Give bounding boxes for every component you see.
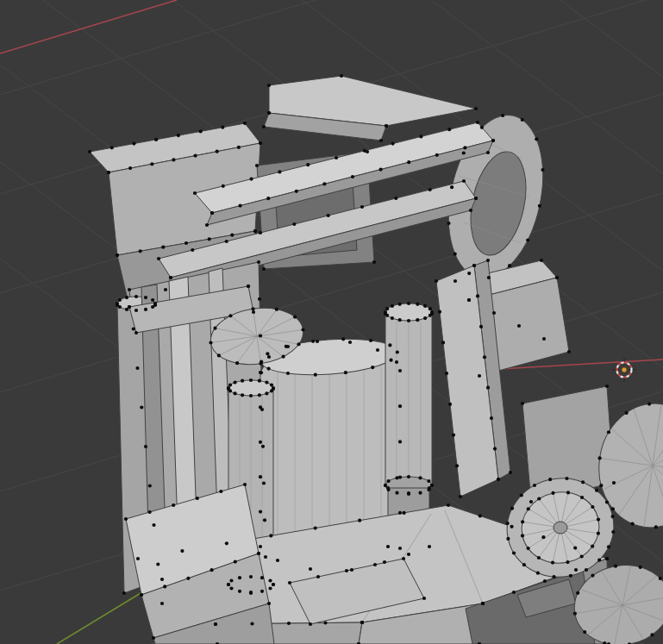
mesh-vertex[interactable] (259, 545, 262, 548)
mesh-vertex[interactable] (537, 556, 541, 560)
mesh-vertex[interactable] (369, 339, 372, 342)
mesh-vertex[interactable] (435, 153, 439, 157)
mesh-vertex[interactable] (435, 279, 438, 283)
mesh-vertex[interactable] (625, 411, 629, 415)
mesh-vertex[interactable] (390, 359, 393, 362)
mesh-vertex[interactable] (88, 150, 91, 153)
mesh-vertex[interactable] (225, 240, 228, 243)
mesh-vertex[interactable] (134, 295, 138, 298)
blender-3d-viewport[interactable] (0, 0, 663, 644)
mesh-vertex[interactable] (151, 298, 154, 302)
mesh-vertex[interactable] (286, 372, 290, 375)
mesh-vertex[interactable] (398, 318, 402, 322)
mesh-vertex[interactable] (243, 122, 247, 125)
mesh-vertex[interactable] (287, 622, 291, 625)
mesh-vertex[interactable] (107, 171, 110, 174)
mesh-vertex[interactable] (309, 622, 312, 626)
mesh-vertex[interactable] (407, 302, 410, 305)
mesh-vertex[interactable] (423, 316, 427, 320)
mesh-vertex[interactable] (569, 574, 572, 578)
mesh-vertex[interactable] (521, 534, 524, 537)
mesh-vertex[interactable] (122, 591, 126, 595)
mesh-vertex[interactable] (445, 372, 448, 375)
mesh-vertex[interactable] (597, 518, 600, 522)
mesh-vertex[interactable] (132, 327, 135, 330)
mesh-vertex[interactable] (228, 314, 232, 317)
mesh-vertex[interactable] (650, 633, 654, 636)
mesh-vertex[interactable] (395, 360, 398, 364)
mesh-vertex[interactable] (447, 128, 451, 131)
mesh-vertex[interactable] (210, 211, 214, 215)
mesh-vertex[interactable] (585, 568, 588, 572)
mesh-vertex[interactable] (259, 441, 262, 444)
mesh-vertex[interactable] (398, 404, 402, 408)
mesh-vertex[interactable] (247, 284, 250, 288)
mesh-vertex[interactable] (552, 575, 555, 578)
mesh-vertex[interactable] (591, 505, 594, 509)
mesh-vertex[interactable] (508, 264, 511, 267)
mesh-vertex[interactable] (480, 126, 484, 129)
mesh-vertex[interactable] (478, 514, 482, 517)
mesh-vertex[interactable] (372, 260, 376, 264)
mesh-vertex[interactable] (258, 379, 261, 383)
mesh-vertex[interactable] (467, 272, 471, 275)
mesh-vertex[interactable] (249, 575, 253, 578)
mesh-vertex[interactable] (647, 403, 651, 406)
mesh-vertex[interactable] (614, 565, 617, 568)
mesh-vertex[interactable] (605, 385, 609, 388)
mesh-vertex[interactable] (241, 379, 244, 383)
mesh-vertex[interactable] (441, 341, 445, 344)
mesh-vertex[interactable] (237, 146, 241, 149)
mesh-vertex[interactable] (153, 302, 157, 305)
mesh-vertex[interactable] (239, 204, 242, 208)
mesh-vertex[interactable] (241, 393, 244, 397)
mesh-vertex[interactable] (407, 553, 410, 556)
mesh-vertex[interactable] (521, 520, 524, 523)
mesh-vertex[interactable] (205, 223, 209, 227)
mesh-vertex[interactable] (371, 366, 374, 369)
mesh-vertex[interactable] (209, 341, 212, 344)
mesh-vertex[interactable] (234, 560, 237, 564)
mesh-vertex[interactable] (222, 184, 225, 188)
mesh-vertex[interactable] (136, 557, 140, 560)
mesh-vertex[interactable] (573, 612, 577, 616)
mesh-vertex[interactable] (323, 621, 327, 624)
mesh-vertex[interactable] (373, 563, 377, 566)
mesh-vertex[interactable] (345, 569, 348, 572)
mesh-vertex[interactable] (486, 259, 490, 262)
mesh-vertex[interactable] (221, 126, 224, 129)
mesh-vertex[interactable] (351, 175, 354, 178)
mesh-vertex[interactable] (259, 475, 262, 478)
mesh-vertex[interactable] (348, 341, 352, 344)
mesh-vertex[interactable] (358, 519, 361, 522)
mesh-vertex[interactable] (341, 337, 345, 341)
mesh-vertex[interactable] (506, 522, 510, 525)
mesh-vertex[interactable] (428, 545, 431, 548)
mesh-vertex[interactable] (275, 308, 278, 311)
mesh-vertex[interactable] (501, 114, 504, 117)
mesh-vertex[interactable] (581, 480, 585, 484)
mesh-vertex[interactable] (517, 324, 521, 328)
mesh-vertex[interactable] (537, 497, 541, 500)
mesh-vertex[interactable] (612, 481, 616, 485)
mesh-vertex[interactable] (229, 586, 233, 590)
mesh-vertex[interactable] (566, 560, 569, 564)
mesh-vertex[interactable] (219, 490, 222, 493)
mesh-vertex[interactable] (542, 337, 546, 341)
mesh-vertex[interactable] (322, 182, 326, 185)
mesh-vertex[interactable] (387, 479, 391, 483)
mesh-vertex[interactable] (490, 416, 493, 420)
mesh-vertex[interactable] (580, 554, 584, 558)
mesh-vertex[interactable] (448, 403, 452, 406)
mesh-vertex[interactable] (419, 134, 422, 138)
mesh-vertex[interactable] (234, 391, 237, 395)
mesh-vertex[interactable] (492, 311, 496, 315)
mesh-vertex[interactable] (418, 491, 422, 495)
mesh-vertex[interactable] (597, 532, 600, 535)
mesh-vertex[interactable] (180, 549, 184, 553)
mesh-vertex[interactable] (156, 562, 159, 566)
mesh-vertex[interactable] (574, 568, 578, 572)
mesh-vertex[interactable] (428, 188, 432, 191)
mesh-vertex[interactable] (527, 507, 530, 510)
mesh-vertex[interactable] (416, 318, 419, 322)
